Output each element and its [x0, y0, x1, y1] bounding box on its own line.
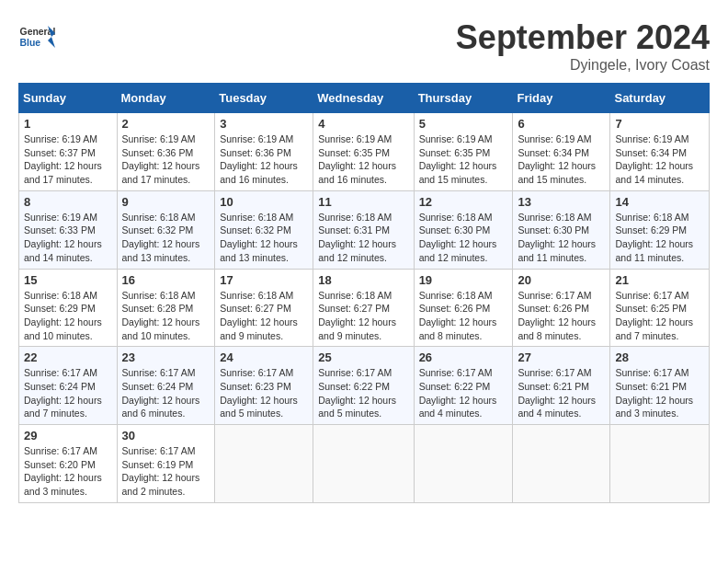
calendar-cell: 30 Sunrise: 6:17 AM Sunset: 6:19 PM Dayl… — [117, 425, 215, 503]
week-row-2: 8 Sunrise: 6:19 AM Sunset: 6:33 PM Dayli… — [19, 190, 710, 269]
calendar-cell: 19 Sunrise: 6:18 AM Sunset: 6:26 PM Dayl… — [414, 269, 513, 347]
calendar-cell: 23 Sunrise: 6:17 AM Sunset: 6:24 PM Dayl… — [117, 347, 215, 425]
day-info: Sunrise: 6:18 AM Sunset: 6:31 PM Dayligh… — [318, 211, 408, 265]
day-number: 21 — [615, 273, 704, 287]
day-number: 12 — [419, 195, 508, 209]
day-info: Sunrise: 6:18 AM Sunset: 6:26 PM Dayligh… — [419, 289, 508, 343]
day-info: Sunrise: 6:18 AM Sunset: 6:29 PM Dayligh… — [24, 289, 112, 343]
calendar-cell: 22 Sunrise: 6:17 AM Sunset: 6:24 PM Dayl… — [19, 347, 118, 425]
day-number: 26 — [419, 350, 508, 364]
calendar-table: SundayMondayTuesdayWednesdayThursdayFrid… — [18, 83, 710, 503]
day-number: 11 — [318, 195, 408, 209]
title-block: September 2024 Dyingele, Ivory Coast — [456, 18, 710, 74]
calendar-cell: 16 Sunrise: 6:18 AM Sunset: 6:28 PM Dayl… — [117, 269, 215, 347]
calendar-cell: 10 Sunrise: 6:18 AM Sunset: 6:32 PM Dayl… — [215, 190, 313, 269]
day-info: Sunrise: 6:17 AM Sunset: 6:22 PM Dayligh… — [419, 366, 508, 420]
day-info: Sunrise: 6:17 AM Sunset: 6:21 PM Dayligh… — [518, 366, 605, 420]
day-info: Sunrise: 6:18 AM Sunset: 6:27 PM Dayligh… — [318, 289, 408, 343]
day-info: Sunrise: 6:18 AM Sunset: 6:28 PM Dayligh… — [122, 289, 210, 343]
calendar-cell: 26 Sunrise: 6:17 AM Sunset: 6:22 PM Dayl… — [414, 347, 513, 425]
day-info: Sunrise: 6:17 AM Sunset: 6:21 PM Dayligh… — [615, 366, 704, 420]
weekday-header-thursday: Thursday — [414, 84, 513, 113]
day-info: Sunrise: 6:17 AM Sunset: 6:20 PM Dayligh… — [24, 444, 112, 499]
day-info: Sunrise: 6:18 AM Sunset: 6:29 PM Dayligh… — [615, 211, 704, 265]
calendar-cell: 6 Sunrise: 6:19 AM Sunset: 6:34 PM Dayli… — [513, 113, 610, 191]
day-number: 29 — [24, 429, 112, 442]
day-info: Sunrise: 6:17 AM Sunset: 6:24 PM Dayligh… — [122, 366, 210, 420]
day-number: 17 — [220, 273, 308, 287]
day-number: 23 — [122, 350, 210, 364]
week-row-3: 15 Sunrise: 6:18 AM Sunset: 6:29 PM Dayl… — [19, 269, 710, 347]
location-title: Dyingele, Ivory Coast — [456, 57, 710, 74]
day-info: Sunrise: 6:19 AM Sunset: 6:35 PM Dayligh… — [318, 132, 408, 187]
day-number: 30 — [122, 429, 210, 442]
day-info: Sunrise: 6:17 AM Sunset: 6:23 PM Dayligh… — [220, 366, 308, 420]
weekday-header-friday: Friday — [513, 84, 610, 113]
day-info: Sunrise: 6:19 AM Sunset: 6:34 PM Dayligh… — [615, 132, 704, 187]
day-number: 10 — [220, 195, 308, 209]
calendar-cell: 24 Sunrise: 6:17 AM Sunset: 6:23 PM Dayl… — [215, 347, 313, 425]
day-number: 24 — [220, 350, 308, 364]
logo: General Blue — [18, 18, 61, 55]
week-row-4: 22 Sunrise: 6:17 AM Sunset: 6:24 PM Dayl… — [19, 347, 710, 425]
month-title: September 2024 — [456, 18, 710, 57]
calendar-cell: 21 Sunrise: 6:17 AM Sunset: 6:25 PM Dayl… — [610, 269, 710, 347]
calendar-cell: 25 Sunrise: 6:17 AM Sunset: 6:22 PM Dayl… — [313, 347, 414, 425]
calendar-cell: 7 Sunrise: 6:19 AM Sunset: 6:34 PM Dayli… — [610, 113, 710, 191]
weekday-header-tuesday: Tuesday — [215, 84, 313, 113]
calendar-cell: 27 Sunrise: 6:17 AM Sunset: 6:21 PM Dayl… — [513, 347, 610, 425]
day-number: 1 — [24, 117, 112, 131]
calendar-cell: 2 Sunrise: 6:19 AM Sunset: 6:36 PM Dayli… — [117, 113, 215, 191]
day-info: Sunrise: 6:18 AM Sunset: 6:32 PM Dayligh… — [220, 211, 308, 265]
weekday-header-sunday: Sunday — [19, 84, 118, 113]
calendar-cell: 11 Sunrise: 6:18 AM Sunset: 6:31 PM Dayl… — [313, 190, 414, 269]
day-number: 25 — [318, 350, 408, 364]
weekday-header-row: SundayMondayTuesdayWednesdayThursdayFrid… — [19, 84, 710, 113]
day-info: Sunrise: 6:17 AM Sunset: 6:19 PM Dayligh… — [122, 444, 210, 499]
calendar-cell: 9 Sunrise: 6:18 AM Sunset: 6:32 PM Dayli… — [117, 190, 215, 269]
day-info: Sunrise: 6:18 AM Sunset: 6:30 PM Dayligh… — [419, 211, 508, 265]
day-info: Sunrise: 6:19 AM Sunset: 6:34 PM Dayligh… — [518, 132, 605, 187]
calendar-cell: 18 Sunrise: 6:18 AM Sunset: 6:27 PM Dayl… — [313, 269, 414, 347]
page-header: General Blue September 2024 Dyingele, Iv… — [18, 18, 710, 74]
week-row-1: 1 Sunrise: 6:19 AM Sunset: 6:37 PM Dayli… — [19, 113, 710, 191]
day-info: Sunrise: 6:17 AM Sunset: 6:25 PM Dayligh… — [615, 289, 704, 343]
day-number: 7 — [615, 117, 704, 131]
day-info: Sunrise: 6:19 AM Sunset: 6:35 PM Dayligh… — [419, 132, 508, 187]
day-number: 15 — [24, 273, 112, 287]
calendar-cell: 29 Sunrise: 6:17 AM Sunset: 6:20 PM Dayl… — [19, 425, 118, 503]
calendar-cell: 12 Sunrise: 6:18 AM Sunset: 6:30 PM Dayl… — [414, 190, 513, 269]
calendar-cell — [215, 425, 313, 503]
calendar-cell — [313, 425, 414, 503]
day-number: 16 — [122, 273, 210, 287]
calendar-cell — [414, 425, 513, 503]
calendar-cell: 5 Sunrise: 6:19 AM Sunset: 6:35 PM Dayli… — [414, 113, 513, 191]
day-number: 3 — [220, 117, 308, 131]
calendar-cell — [513, 425, 610, 503]
day-info: Sunrise: 6:18 AM Sunset: 6:30 PM Dayligh… — [518, 211, 605, 265]
week-row-5: 29 Sunrise: 6:17 AM Sunset: 6:20 PM Dayl… — [19, 425, 710, 503]
day-info: Sunrise: 6:19 AM Sunset: 6:33 PM Dayligh… — [24, 211, 112, 265]
day-info: Sunrise: 6:19 AM Sunset: 6:36 PM Dayligh… — [122, 132, 210, 187]
day-number: 20 — [518, 273, 605, 287]
day-number: 8 — [24, 195, 112, 209]
calendar-cell — [610, 425, 710, 503]
day-number: 13 — [518, 195, 605, 209]
calendar-cell: 8 Sunrise: 6:19 AM Sunset: 6:33 PM Dayli… — [19, 190, 118, 269]
day-number: 5 — [419, 117, 508, 131]
calendar-cell: 15 Sunrise: 6:18 AM Sunset: 6:29 PM Dayl… — [19, 269, 118, 347]
day-number: 22 — [24, 350, 112, 364]
day-number: 27 — [518, 350, 605, 364]
weekday-header-monday: Monday — [117, 84, 215, 113]
logo-icon: General Blue — [18, 18, 55, 55]
day-number: 19 — [419, 273, 508, 287]
calendar-cell: 14 Sunrise: 6:18 AM Sunset: 6:29 PM Dayl… — [610, 190, 710, 269]
day-number: 4 — [318, 117, 408, 131]
day-info: Sunrise: 6:19 AM Sunset: 6:36 PM Dayligh… — [220, 132, 308, 187]
calendar-cell: 13 Sunrise: 6:18 AM Sunset: 6:30 PM Dayl… — [513, 190, 610, 269]
day-info: Sunrise: 6:17 AM Sunset: 6:26 PM Dayligh… — [518, 289, 605, 343]
day-info: Sunrise: 6:18 AM Sunset: 6:32 PM Dayligh… — [122, 211, 210, 265]
weekday-header-wednesday: Wednesday — [313, 84, 414, 113]
day-number: 18 — [318, 273, 408, 287]
svg-text:Blue: Blue — [20, 38, 41, 48]
